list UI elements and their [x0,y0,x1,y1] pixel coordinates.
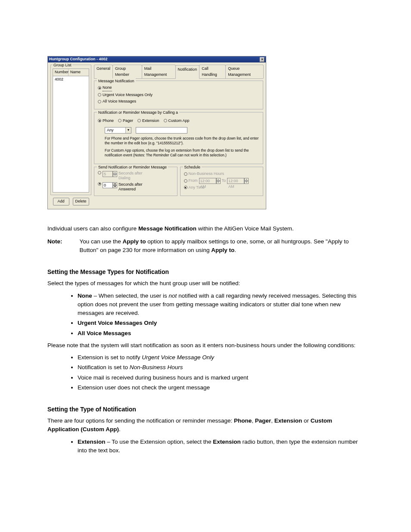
paragraph: Select the types of messages for which t… [47,279,364,288]
list-item: None – When selected, the user is not no… [78,292,364,318]
tab-call-handling[interactable]: Call Handling [199,65,226,78]
spinner-up-icon[interactable]: ▲ [244,178,249,181]
nbh-label: Non-Business Hours [189,171,224,177]
tab-notification[interactable]: Notification [175,65,200,79]
col-number: Number [53,69,68,76]
document-body: Individual users can also configure Mess… [47,224,364,455]
bullet-list: None – When selected, the user is not no… [78,292,364,338]
by-calling-legend: Notification or Reminder Message by Call… [97,110,179,116]
radio-custom-label: Custom App [168,118,190,124]
radio-pager[interactable] [118,119,121,122]
group-list-body[interactable]: 4002 [53,76,89,193]
spinner-down-icon[interactable]: ▼ [113,185,117,188]
msg-notif-legend: Message Notification [97,78,136,84]
tab-group-member[interactable]: Group Member [112,65,142,78]
note-text: You can use the Apply to option to apply… [80,237,364,255]
note-label: Note: [47,237,62,255]
close-icon[interactable]: × [260,57,265,62]
radio-all[interactable] [98,100,101,103]
paragraph: There are four options for sending the n… [47,417,364,434]
list-item: Extension is set to notify Urgent Voice … [78,353,364,362]
radio-extension[interactable] [137,119,141,122]
number-input[interactable] [136,127,187,134]
tab-general[interactable]: General [94,65,113,78]
schedule-group: Schedule Non-Business Hours From 12:00 A… [180,167,264,196]
radio-after-dialing[interactable] [98,171,101,174]
any-time-label: Any Time [189,185,205,191]
tab-strip: General Group Member Mail Management Not… [94,65,263,79]
radio-after-answered[interactable] [98,182,101,186]
send-notification-group: Send Notification or Reminder Message 5▲… [94,167,177,196]
group-list-header: Number Name [53,68,89,76]
message-notification-group: Message Notification None Urgent Voice M… [94,81,263,109]
window-title: Huntgroup Configuration - 4002 [49,56,108,62]
huntgroup-config-dialog: Huntgroup Configuration - 4002 × Group L… [47,56,266,209]
help-phone-pager: For Phone and Pager options, choose the … [105,136,259,146]
radio-ext-label: Extension [142,118,159,124]
list-item: Voice mail is received during business h… [78,373,364,382]
radio-urgent[interactable] [98,93,101,96]
from-time-input[interactable]: 12:00 AM [199,178,216,184]
section-heading: Setting the Type of Notification [47,405,364,414]
radio-none-label: None [103,85,112,91]
help-custom-app: For Custom App options, choose the log o… [105,148,259,158]
list-item: All Voice Messages [78,329,364,338]
trunk-access-combo[interactable]: Any ▼ [105,127,131,134]
radio-pager-label: Pager [123,118,133,124]
group-list-legend: Group List [53,62,72,68]
send-legend: Send Notification or Reminder Message [97,165,168,171]
radio-none[interactable] [98,86,101,90]
radio-urgent-label: Urgent Voice Messages Only [103,92,153,98]
radio-phone-label: Phone [103,118,114,124]
seconds-dialing-input[interactable]: 5 [103,171,113,177]
radio-all-label: All Voice Messages [103,99,136,105]
list-item: Notification is set to Non-Business Hour… [78,363,364,372]
list-item: Extension user does not check the urgent… [78,383,364,392]
by-calling-group: Notification or Reminder Message by Call… [94,112,263,165]
spinner-up-icon[interactable]: ▲ [113,182,117,185]
spinner-down-icon[interactable]: ▼ [216,181,221,184]
list-item: Extension – To use the Extension option,… [78,438,364,455]
col-name: Name [68,69,89,76]
radio-any-time[interactable] [184,186,187,189]
spinner-up-icon[interactable]: ▲ [113,171,117,174]
section-heading: Setting the Message Types for Notificati… [47,268,364,277]
spinner-down-icon[interactable]: ▼ [113,174,117,177]
seconds-answered-input[interactable]: 0 [103,182,113,188]
radio-from-to[interactable] [184,179,187,183]
group-list-panel: Group List Number Name 4002 Add Delete [50,65,91,205]
spinner-up-icon[interactable]: ▲ [216,178,221,181]
bullet-list: Extension – To use the Extension option,… [78,438,364,455]
list-item[interactable]: 4002 [53,76,89,83]
list-item: Urgent Voice Messages Only [78,319,364,327]
schedule-legend: Schedule [183,165,202,171]
note: Note: You can use the Apply to option to… [47,237,364,255]
delete-button[interactable]: Delete [73,198,89,205]
paragraph: Individual users can also configure Mess… [47,224,364,233]
radio-custom-app[interactable] [164,119,167,122]
tab-queue-mgmt[interactable]: Queue Management [225,65,264,78]
paragraph: Please note that the system will start n… [47,341,364,350]
titlebar: Huntgroup Configuration - 4002 × [48,56,266,62]
tab-mail-mgmt[interactable]: Mail Management [142,65,176,78]
chevron-down-icon: ▼ [125,128,131,133]
radio-phone[interactable] [98,119,101,122]
to-time-input[interactable]: 12:00 AM [227,178,244,184]
radio-nbh[interactable] [184,172,187,176]
bullet-list: Extension is set to notify Urgent Voice … [78,353,364,392]
add-button[interactable]: Add [53,198,69,205]
spinner-down-icon[interactable]: ▼ [244,181,249,184]
